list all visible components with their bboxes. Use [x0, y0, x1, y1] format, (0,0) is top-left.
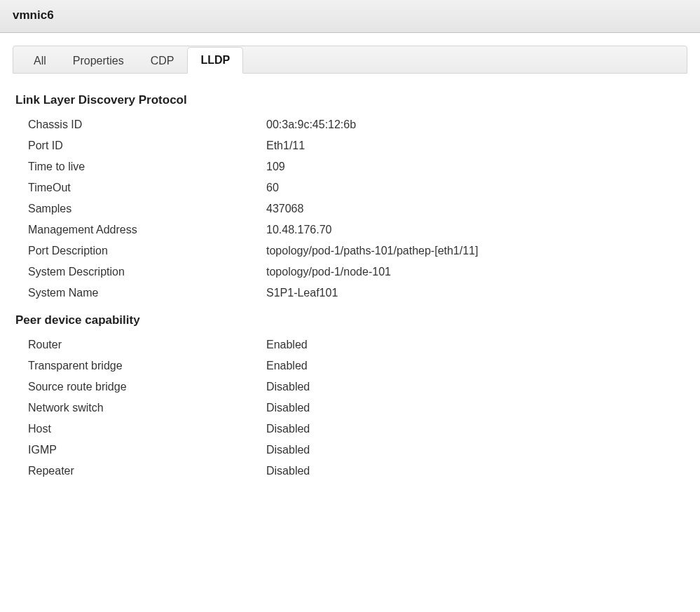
section-peer-title: Peer device capability — [15, 313, 685, 327]
value-chassis-id: 00:3a:9c:45:12:6b — [266, 118, 356, 131]
value-ttl: 109 — [266, 161, 285, 173]
value-samples: 437068 — [266, 203, 303, 215]
label-samples: Samples — [28, 203, 266, 215]
label-port-id: Port ID — [28, 140, 266, 152]
label-network-switch: Network switch — [28, 402, 266, 414]
row-mgmt-addr: Management Address 10.48.176.70 — [15, 219, 685, 240]
content-panel: Link Layer Discovery Protocol Chassis ID… — [0, 74, 700, 612]
window: vmnic6 All Properties CDP LLDP Link Laye… — [0, 0, 700, 612]
value-igmp: Disabled — [266, 444, 310, 456]
value-port-id: Eth1/11 — [266, 140, 305, 152]
row-router: Router Enabled — [15, 334, 685, 355]
label-source-route-bridge: Source route bridge — [28, 381, 266, 393]
value-port-desc: topology/pod-1/paths-101/pathep-[eth1/11… — [266, 245, 478, 257]
tab-all[interactable]: All — [20, 48, 60, 74]
tab-cdp[interactable]: CDP — [137, 48, 188, 74]
label-transparent-bridge: Transparent bridge — [28, 360, 266, 372]
label-igmp: IGMP — [28, 444, 266, 456]
value-sys-name: S1P1-Leaf101 — [266, 287, 338, 299]
row-timeout: TimeOut 60 — [15, 177, 685, 198]
value-repeater: Disabled — [266, 465, 310, 477]
label-sys-desc: System Description — [28, 266, 266, 278]
value-host: Disabled — [266, 423, 310, 435]
value-network-switch: Disabled — [266, 402, 310, 414]
row-port-desc: Port Description topology/pod-1/paths-10… — [15, 240, 685, 261]
section-lldp-title: Link Layer Discovery Protocol — [15, 93, 685, 107]
label-ttl: Time to live — [28, 161, 266, 173]
row-samples: Samples 437068 — [15, 198, 685, 219]
tabbar-container: All Properties CDP LLDP — [0, 33, 700, 74]
label-repeater: Repeater — [28, 465, 266, 477]
label-port-desc: Port Description — [28, 245, 266, 257]
row-transparent-bridge: Transparent bridge Enabled — [15, 355, 685, 376]
tab-properties[interactable]: Properties — [60, 48, 137, 74]
label-router: Router — [28, 339, 266, 351]
row-network-switch: Network switch Disabled — [15, 397, 685, 419]
row-sys-name: System Name S1P1-Leaf101 — [15, 283, 685, 304]
row-chassis-id: Chassis ID 00:3a:9c:45:12:6b — [15, 114, 685, 135]
row-port-id: Port ID Eth1/11 — [15, 135, 685, 156]
label-timeout: TimeOut — [28, 182, 266, 194]
window-title: vmnic6 — [13, 8, 687, 22]
label-sys-name: System Name — [28, 287, 266, 299]
value-source-route-bridge: Disabled — [266, 381, 310, 393]
tab-lldp[interactable]: LLDP — [187, 47, 243, 74]
label-mgmt-addr: Management Address — [28, 224, 266, 236]
value-sys-desc: topology/pod-1/node-101 — [266, 266, 391, 278]
value-router: Enabled — [266, 339, 308, 351]
label-chassis-id: Chassis ID — [28, 118, 266, 131]
row-source-route-bridge: Source route bridge Disabled — [15, 376, 685, 397]
value-mgmt-addr: 10.48.176.70 — [266, 224, 331, 236]
row-repeater: Repeater Disabled — [15, 461, 685, 482]
titlebar: vmnic6 — [0, 0, 700, 33]
value-transparent-bridge: Enabled — [266, 360, 308, 372]
row-ttl: Time to live 109 — [15, 156, 685, 177]
row-sys-desc: System Description topology/pod-1/node-1… — [15, 261, 685, 283]
row-host: Host Disabled — [15, 419, 685, 440]
label-host: Host — [28, 423, 266, 435]
tabbar: All Properties CDP LLDP — [13, 46, 687, 74]
value-timeout: 60 — [266, 182, 279, 194]
row-igmp: IGMP Disabled — [15, 440, 685, 461]
